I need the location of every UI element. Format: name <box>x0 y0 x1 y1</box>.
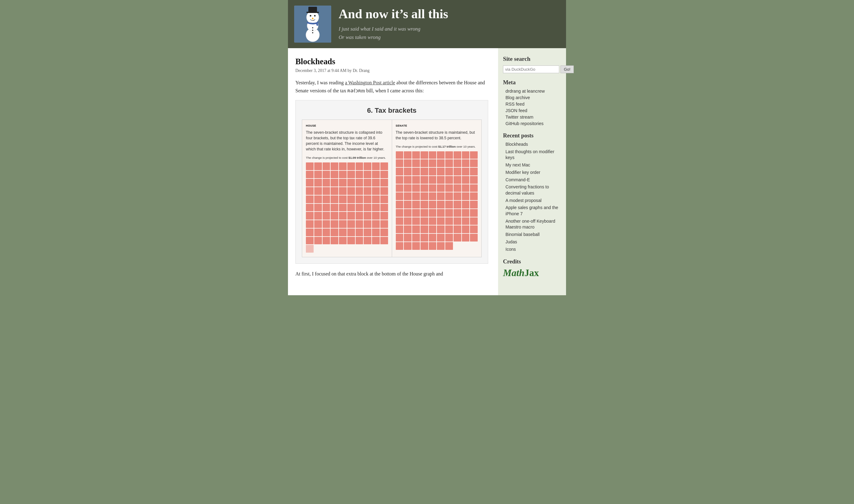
search-form: Go! <box>503 66 561 73</box>
recent-post-link-modest-proposal[interactable]: A modest proposal <box>505 198 541 203</box>
recent-post-link-next-mac[interactable]: My next Mac <box>505 162 530 167</box>
senate-cost: The change is projected to cost $1.17 tr… <box>396 145 478 149</box>
recent-post-item: Last thoughts on modifier keys <box>503 149 561 161</box>
recent-post-link-binomial[interactable]: Binomial baseball <box>505 232 539 237</box>
sidebar: Site search Go! Meta drdrang at leancrew… <box>498 48 566 295</box>
recent-post-link-modifier-keys[interactable]: Last thoughts on modifier keys <box>505 149 554 160</box>
meta-link-twitter[interactable]: Twitter stream <box>505 114 533 120</box>
recent-post-item: Command-E <box>503 177 561 183</box>
svg-point-7 <box>314 15 316 17</box>
blog-post: Blockheads December 3, 2017 at 9:44 AM b… <box>296 57 488 278</box>
recent-post-link-apple-sales[interactable]: Apple sales graphs and the iPhone 7 <box>505 205 558 216</box>
recent-post-item: Apple sales graphs and the iPhone 7 <box>503 205 561 217</box>
tagline-line1: I just said what I said and it was wrong <box>339 26 421 32</box>
meta-link-blog-archive[interactable]: Blog archive <box>505 95 530 100</box>
senate-grid <box>396 151 478 250</box>
house-cost: The change is projected to cost $1.09 tr… <box>306 156 388 160</box>
recent-post-item: Binomial baseball <box>503 232 561 238</box>
recent-post-item: Another one-off Keyboard Maestro macro <box>503 218 561 230</box>
meta-link-item: RSS feed <box>503 101 561 107</box>
post-paragraph-1: Yesterday, I was reading a Washington Po… <box>296 79 488 95</box>
senate-label: SENATE <box>396 124 478 127</box>
content-area: Blockheads December 3, 2017 at 9:44 AM b… <box>288 48 566 295</box>
post-meta: December 3, 2017 at 9:44 AM by Dr. Drang <box>296 68 488 73</box>
house-column: HOUSE The seven-bracket structure is col… <box>302 120 392 257</box>
svg-point-11 <box>312 32 313 33</box>
recent-post-item: Judas <box>503 239 561 245</box>
meta-link-item: Twitter stream <box>503 114 561 120</box>
washington-post-link[interactable]: a Washington Post article <box>345 80 395 85</box>
tax-bracket-chart: 6. Tax brackets HOUSE The seven-bracket … <box>296 100 488 264</box>
recent-post-item: Converting fractions to decimal values <box>503 184 561 196</box>
meta-link-json[interactable]: JSON feed <box>505 108 527 113</box>
recent-post-link-fractions[interactable]: Converting fractions to decimal values <box>505 184 549 196</box>
tax-columns: HOUSE The seven-bracket structure is col… <box>302 120 482 257</box>
header-text: And now it’s all this I just said what I… <box>339 6 448 42</box>
senate-column: SENATE The seven-bracket structure is ma… <box>392 120 482 257</box>
recent-post-link-blockheads[interactable]: Blockheads <box>505 142 528 147</box>
recent-post-link-keyboard-maestro[interactable]: Another one-off Keyboard Maestro macro <box>505 219 555 230</box>
recent-post-link-judas[interactable]: Judas <box>505 239 517 244</box>
house-desc: The seven-bracket structure is collapsed… <box>306 130 388 152</box>
recent-post-link-icons[interactable]: Icons <box>505 247 516 252</box>
svg-point-9 <box>312 27 313 29</box>
site-tagline: I just said what I said and it was wrong… <box>339 25 448 42</box>
meta-link-item: JSON feed <box>503 108 561 113</box>
svg-rect-5 <box>308 7 317 12</box>
meta-link-item: drdrang at leancrew <box>503 88 561 94</box>
search-input[interactable] <box>503 66 559 73</box>
site-avatar <box>294 5 331 42</box>
meta-link-github[interactable]: GitHub repositories <box>505 121 544 126</box>
site-header: And now it’s all this I just said what I… <box>288 0 566 48</box>
recent-post-item: Modifier key order <box>503 169 561 176</box>
recent-posts-list: Blockheads Last thoughts on modifier key… <box>503 141 561 252</box>
credits-section-title: Credits <box>503 258 561 265</box>
recent-post-link-modifier-key-order[interactable]: Modifier key order <box>505 170 540 175</box>
search-button[interactable]: Go! <box>561 66 574 73</box>
post-paragraph-2: At first, I focused on that extra block … <box>296 270 488 278</box>
chart-title: 6. Tax brackets <box>302 107 482 114</box>
senate-desc: The seven-bracket structure is maintaine… <box>396 130 478 141</box>
meta-section-title: Meta <box>503 79 561 86</box>
svg-point-10 <box>312 30 313 31</box>
meta-link-rss[interactable]: RSS feed <box>505 102 524 107</box>
house-grid <box>306 162 388 253</box>
main-content: Blockheads December 3, 2017 at 9:44 AM b… <box>288 48 498 295</box>
recent-post-item: My next Mac <box>503 162 561 168</box>
recent-post-item: Icons <box>503 247 561 253</box>
post-title: Blockheads <box>296 57 488 67</box>
recent-posts-section-title: Recent posts <box>503 132 561 139</box>
credits-logo: MathJax <box>503 267 561 278</box>
meta-link-item: GitHub repositories <box>503 121 561 126</box>
recent-post-link-command-e[interactable]: Command-E <box>505 177 530 182</box>
house-label: HOUSE <box>306 124 388 127</box>
meta-links-list: drdrang at leancrew Blog archive RSS fee… <box>503 88 561 126</box>
tagline-line2: Or was taken wrong <box>339 34 381 40</box>
meta-link-item: Blog archive <box>503 95 561 101</box>
recent-post-item: Blockheads <box>503 141 561 148</box>
search-section-title: Site search <box>503 56 561 62</box>
svg-point-6 <box>310 15 312 17</box>
recent-post-item: A modest proposal <box>503 198 561 204</box>
meta-link-drdrang[interactable]: drdrang at leancrew <box>505 89 545 94</box>
post-body: Yesterday, I was reading a Washington Po… <box>296 79 488 278</box>
site-title: And now it’s all this <box>339 6 448 22</box>
